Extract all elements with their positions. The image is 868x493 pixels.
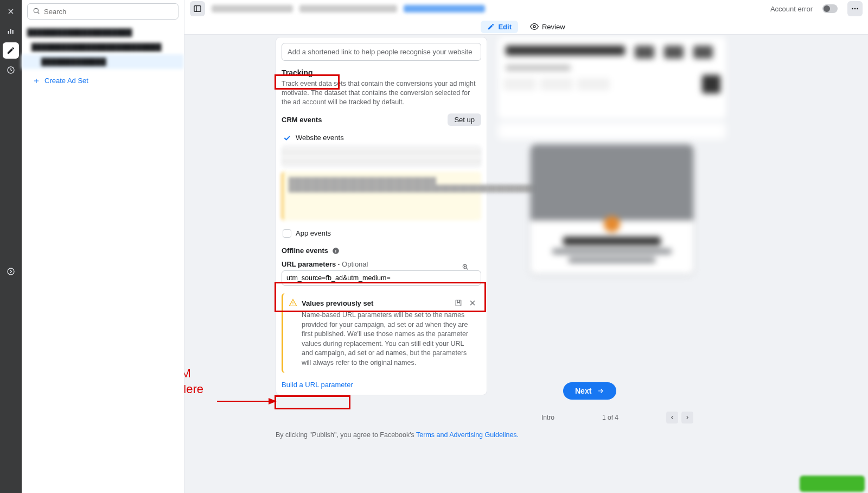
svg-point-8 bbox=[852, 8, 853, 10]
breadcrumb-campaign[interactable] bbox=[212, 5, 293, 12]
breadcrumb-ad[interactable] bbox=[404, 5, 485, 12]
chevron-right-icon bbox=[685, 415, 690, 420]
ad-item[interactable]: █████████████ bbox=[22, 54, 184, 69]
pager: Intro 1 of 4 bbox=[541, 412, 693, 424]
svg-point-5 bbox=[34, 8, 38, 12]
tracking-title: Tracking bbox=[282, 68, 481, 77]
warn-title: Values previously set bbox=[302, 299, 373, 307]
bookmark-icon[interactable] bbox=[454, 299, 463, 307]
topbar: Account error Edit Review bbox=[184, 0, 868, 35]
search-input[interactable] bbox=[27, 3, 178, 20]
annotation-text: Create UTM Template Here bbox=[184, 366, 203, 397]
sidebar: █████████████████████ ██████████████████… bbox=[22, 0, 184, 493]
app-events-label: App events bbox=[296, 229, 331, 237]
url-params-label: URL parameters · Optional bbox=[282, 260, 481, 268]
svg-point-4 bbox=[8, 268, 14, 275]
breadcrumb-adset[interactable] bbox=[299, 5, 397, 12]
warning-icon bbox=[289, 299, 297, 307]
svg-point-11 bbox=[533, 26, 535, 28]
pencil-icon bbox=[487, 23, 495, 30]
account-error-label: Account error bbox=[770, 5, 813, 13]
pager-intro: Intro bbox=[541, 414, 554, 421]
tracking-desc: Track event data sets that contain the c… bbox=[282, 79, 481, 107]
pager-count: 1 of 4 bbox=[602, 414, 618, 421]
pixel-box bbox=[282, 146, 481, 167]
review-tab[interactable]: Review bbox=[524, 20, 572, 33]
eye-icon bbox=[530, 22, 539, 31]
expand-icon[interactable] bbox=[7, 267, 15, 276]
pager-next-button[interactable] bbox=[681, 412, 693, 424]
tree: █████████████████████ ██████████████████… bbox=[22, 23, 184, 71]
svg-rect-0 bbox=[8, 31, 9, 34]
create-adset-button[interactable]: Create Ad Set bbox=[22, 71, 184, 90]
edit-label: Edit bbox=[498, 23, 512, 31]
svg-rect-1 bbox=[10, 29, 11, 34]
search-icon bbox=[33, 7, 40, 15]
svg-point-10 bbox=[857, 8, 858, 10]
ad-preview: Next Intro 1 of 4 bbox=[498, 37, 726, 493]
magnify-icon bbox=[462, 263, 469, 271]
chart-icon[interactable] bbox=[3, 23, 19, 39]
build-url-param-link[interactable]: Build a URL parameter bbox=[282, 381, 353, 389]
close-icon[interactable] bbox=[3, 3, 19, 20]
chevron-left-icon bbox=[669, 415, 675, 420]
footer-terms-link[interactable]: Terms and Advertising Guidelines. bbox=[416, 431, 519, 439]
next-button[interactable]: Next bbox=[563, 382, 616, 400]
more-button[interactable] bbox=[847, 1, 863, 16]
website-events-label: Website events bbox=[296, 134, 344, 142]
panel-toggle-button[interactable] bbox=[190, 1, 205, 16]
footer-prefix: By clicking "Publish", you agree to Face… bbox=[276, 431, 416, 439]
review-label: Review bbox=[542, 23, 565, 31]
plus-icon bbox=[33, 77, 40, 85]
svg-marker-19 bbox=[269, 398, 277, 404]
status-toggle[interactable] bbox=[822, 4, 838, 13]
close-warn-icon[interactable] bbox=[468, 299, 477, 307]
edit-tab[interactable]: Edit bbox=[481, 21, 518, 33]
crm-events-label: CRM events bbox=[282, 116, 322, 124]
tracking-card: Add a shortened link to help people reco… bbox=[276, 37, 487, 395]
url-params-input[interactable] bbox=[282, 270, 481, 286]
arrow-right-icon bbox=[597, 387, 604, 395]
clock-icon[interactable] bbox=[3, 62, 19, 78]
annotation-arrow-icon bbox=[217, 396, 277, 407]
left-rail bbox=[0, 0, 22, 493]
pixel-warning-box: ████████████████████████████████████████… bbox=[282, 172, 481, 220]
svg-point-9 bbox=[854, 8, 856, 10]
offline-events-label: Offline events i bbox=[282, 246, 481, 255]
svg-rect-17 bbox=[456, 300, 461, 306]
svg-rect-6 bbox=[194, 6, 201, 12]
svg-rect-2 bbox=[12, 30, 14, 34]
adset-item[interactable]: ██████████████████████████ bbox=[22, 40, 184, 54]
check-icon bbox=[283, 134, 291, 142]
svg-point-16 bbox=[292, 305, 293, 305]
edit-icon[interactable] bbox=[3, 42, 19, 59]
create-adset-label: Create Ad Set bbox=[44, 77, 88, 85]
annotation-box-build bbox=[275, 395, 350, 409]
svg-text:i: i bbox=[335, 249, 336, 254]
campaign-item[interactable]: █████████████████████ bbox=[22, 25, 184, 40]
content: Add a shortened link to help people reco… bbox=[184, 35, 868, 493]
values-warn-card: Values previously set Name-based URL par… bbox=[282, 293, 481, 373]
pager-prev-button[interactable] bbox=[666, 412, 678, 424]
setup-button[interactable]: Set up bbox=[448, 113, 481, 126]
short-link-input[interactable]: Add a shortened link to help people reco… bbox=[282, 43, 481, 61]
publish-button[interactable] bbox=[800, 476, 865, 492]
checkbox-icon[interactable] bbox=[283, 229, 291, 238]
warn-body: Name-based URL parameters will be set to… bbox=[289, 311, 476, 368]
app-events-row[interactable]: App events bbox=[282, 226, 481, 241]
website-events-row[interactable]: Website events bbox=[282, 130, 481, 146]
info-icon[interactable]: i bbox=[332, 247, 340, 255]
next-label: Next bbox=[575, 387, 591, 395]
footer: By clicking "Publish", you agree to Face… bbox=[276, 431, 519, 439]
